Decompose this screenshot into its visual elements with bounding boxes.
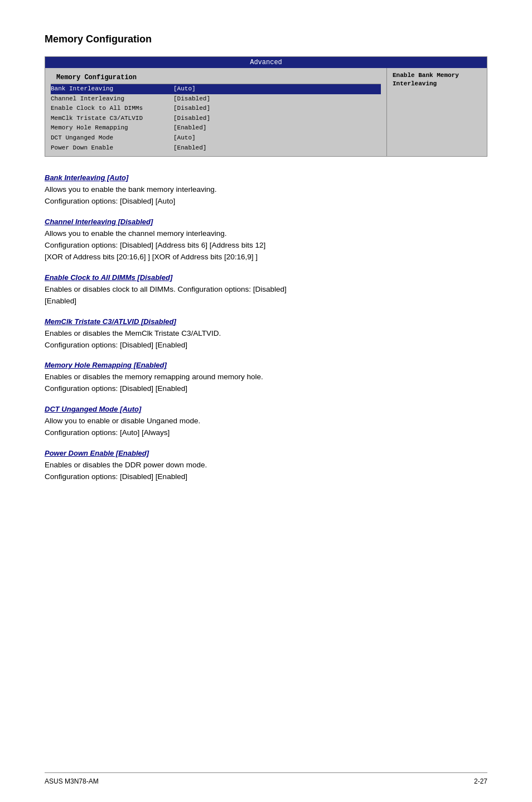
bios-row-value: [Disabled] [173, 94, 210, 104]
bios-rows: Bank Interleaving[Auto]Channel Interleav… [51, 84, 381, 153]
bios-row-value: [Enabled] [173, 143, 206, 153]
description-body: Enables or disables the MemClk Tristate … [45, 328, 487, 351]
description-body: Allow you to enable or disable Unganed m… [45, 416, 487, 439]
bios-left-panel: Memory Configuration Bank Interleaving[A… [45, 68, 386, 156]
description-title: DCT Unganged Mode [Auto] [45, 405, 487, 413]
description-body: Allows you to enable the channel memory … [45, 228, 487, 263]
description-body: Allows you to enable the bank memory int… [45, 184, 487, 207]
page-footer: ASUS M3N78-AM 2-27 [45, 772, 487, 785]
description-title: Enable Clock to All DIMMs [Disabled] [45, 273, 487, 282]
description-section-power-down: Power Down Enable [Enabled]Enables or di… [45, 449, 487, 483]
bios-row-value: [Enabled] [173, 123, 206, 133]
bios-row-label: Power Down Enable [51, 143, 173, 153]
description-title: MemClk Tristate C3/ATLVID [Disabled] [45, 317, 487, 326]
descriptions-container: Bank Interleaving [Auto]Allows you to en… [45, 173, 487, 483]
page-title: Memory Configuration [45, 33, 487, 45]
description-section-bank-interleaving: Bank Interleaving [Auto]Allows you to en… [45, 173, 487, 207]
bios-row-label: DCT Unganged Mode [51, 133, 173, 143]
description-section-channel-interleaving: Channel Interleaving [Disabled]Allows yo… [45, 218, 487, 263]
bios-row-value: [Disabled] [173, 104, 210, 114]
bios-row[interactable]: Memory Hole Remapping[Enabled] [51, 123, 381, 133]
bios-row[interactable]: DCT Unganged Mode[Auto] [51, 133, 381, 143]
description-section-memclk-tristate: MemClk Tristate C3/ATLVID [Disabled]Enab… [45, 317, 487, 351]
bios-panel: Advanced Memory Configuration Bank Inter… [45, 56, 487, 157]
bios-row-label: Bank Interleaving [51, 84, 173, 94]
description-title: Memory Hole Remapping [Enabled] [45, 361, 487, 369]
description-body: Enables or disables the DDR power down m… [45, 460, 487, 483]
bios-help-text: Enable Bank MemoryInterleaving [393, 71, 481, 89]
bios-row-value: [Auto] [173, 84, 196, 94]
bios-row-label: Memory Hole Remapping [51, 123, 173, 133]
bios-submenu-title: Memory Configuration [51, 71, 381, 84]
description-section-memory-hole: Memory Hole Remapping [Enabled]Enables o… [45, 361, 487, 395]
footer-left: ASUS M3N78-AM [45, 777, 99, 785]
description-section-enable-clock: Enable Clock to All DIMMs [Disabled]Enab… [45, 273, 487, 307]
bios-header-tab: Advanced [45, 57, 487, 68]
bios-row-label: MemClk Tristate C3/ATLVID [51, 114, 173, 124]
footer-right: 2-27 [474, 777, 487, 785]
description-section-dct-unganged: DCT Unganged Mode [Auto]Allow you to ena… [45, 405, 487, 439]
bios-row[interactable]: MemClk Tristate C3/ATLVID[Disabled] [51, 114, 381, 124]
bios-row[interactable]: Channel Interleaving[Disabled] [51, 94, 381, 104]
bios-row-label: Enable Clock to All DIMMs [51, 104, 173, 114]
description-body: Enables or disables the memory remapping… [45, 371, 487, 395]
bios-row[interactable]: Power Down Enable[Enabled] [51, 143, 381, 153]
description-body: Enables or disables clock to all DIMMs. … [45, 284, 487, 307]
description-title: Channel Interleaving [Disabled] [45, 218, 487, 226]
bios-row[interactable]: Bank Interleaving[Auto] [51, 84, 381, 94]
description-title: Power Down Enable [Enabled] [45, 449, 487, 457]
description-title: Bank Interleaving [Auto] [45, 173, 487, 182]
bios-row[interactable]: Enable Clock to All DIMMs[Disabled] [51, 104, 381, 114]
bios-row-label: Channel Interleaving [51, 94, 173, 104]
bios-row-value: [Auto] [173, 133, 196, 143]
bios-help-panel: Enable Bank MemoryInterleaving [386, 68, 487, 156]
bios-row-value: [Disabled] [173, 114, 210, 124]
